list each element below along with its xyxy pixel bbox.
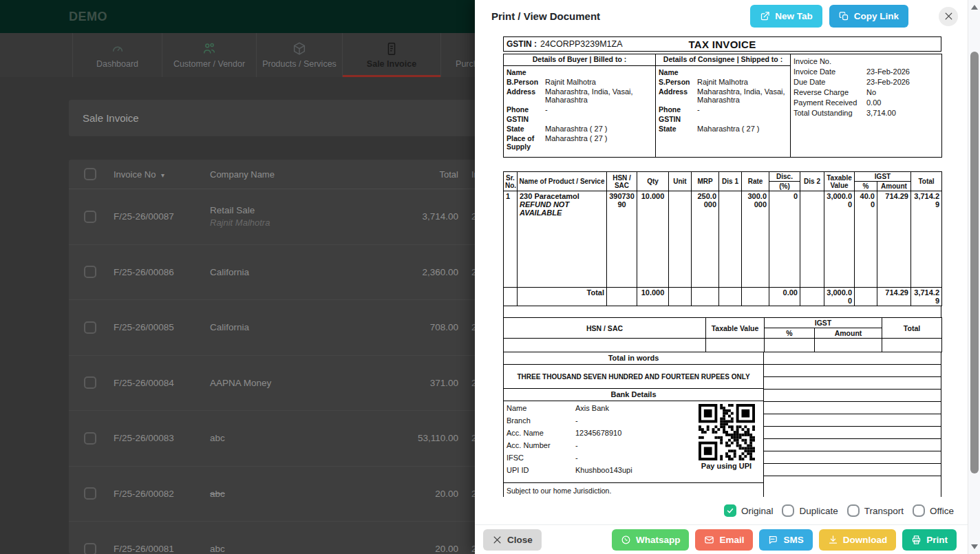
new-tab-button[interactable]: New Tab	[750, 5, 822, 28]
tax-invoice-title: TAX INVOICE	[504, 39, 941, 50]
document-preview-area[interactable]: GSTIN : 24CORPP3239M1ZA TAX INVOICE Deta…	[475, 32, 968, 497]
total-in-words: THREE THOUSAND SEVEN HUNDRED AND FOURTEE…	[504, 365, 763, 389]
terms-note: Subject to our home Jurisdiction. Our Re…	[504, 483, 763, 497]
select-all-checkbox[interactable]	[84, 168, 96, 180]
bank-details-label: Bank Details	[504, 389, 763, 401]
nav-tab-products-services[interactable]: Products / Services	[256, 33, 342, 77]
nav-tab-customer-vendor[interactable]: Customer / Vendor	[162, 33, 256, 77]
row-checkbox[interactable]	[84, 321, 96, 334]
total-in-words-label: Total in words	[504, 352, 763, 365]
printer-icon	[911, 535, 922, 545]
row-checkbox[interactable]	[84, 211, 96, 223]
bank-details: NameAxis Bank Branch- Acc. Name123456789…	[504, 401, 763, 483]
close-icon	[492, 535, 502, 545]
hsn-summary-table: HSN / SAC Taxable Value IGST Total % Amo…	[503, 317, 942, 352]
unchecked-checkbox-icon	[913, 504, 925, 517]
items-total-row: Total 10.000 0.00 3,000.00 714.29 3,714.…	[504, 288, 942, 306]
row-checkbox[interactable]	[84, 487, 96, 500]
copy-type-row: Original Duplicate Transport Office	[475, 497, 968, 524]
whatsapp-icon	[621, 535, 631, 545]
modal-header: Print / View Document New Tab Copy Link	[475, 0, 968, 32]
external-link-icon	[760, 11, 770, 21]
copy-type-original-checkbox[interactable]: Original	[724, 504, 774, 517]
summary-blank-rows	[764, 352, 941, 497]
table-gap	[503, 306, 941, 317]
nav-tab-sale-invoice[interactable]: Sale Invoice	[342, 33, 440, 77]
item-row: 1 230 ParacetamolREFUND NOT AVAILABLE 39…	[504, 191, 942, 288]
row-checkbox[interactable]	[84, 376, 96, 389]
sms-button[interactable]: SMS	[759, 529, 812, 551]
modal-title: Print / View Document	[491, 10, 600, 22]
download-icon	[828, 535, 838, 545]
close-icon	[944, 12, 953, 21]
upi-qr-code	[699, 404, 755, 460]
nav-tab-dashboard[interactable]: Dashboard	[72, 33, 162, 77]
consignee-section: Name S.PersonRajnit Malhotra AddressMaha…	[656, 66, 791, 158]
dashboard-icon	[110, 41, 125, 56]
column-total: Total	[386, 169, 458, 180]
items-table: Sr. No. Name of Product / Service HSN / …	[503, 171, 942, 306]
products-box-icon	[292, 41, 307, 56]
invoice-gstin-row: GSTIN : 24CORPP3239M1ZA TAX INVOICE	[503, 36, 941, 52]
modal-close-button[interactable]	[939, 7, 958, 26]
row-checkbox[interactable]	[84, 543, 96, 554]
invoice-document: GSTIN : 24CORPP3239M1ZA TAX INVOICE Deta…	[503, 36, 941, 497]
invoice-meta: Invoice No. Invoice Date23-Feb-2026 Due …	[791, 54, 942, 158]
brand-title: DEMO	[69, 10, 107, 24]
row-checkbox[interactable]	[84, 432, 96, 445]
email-button[interactable]: Email	[695, 529, 753, 551]
company-subtext: Rajnit Malhotra	[210, 217, 386, 228]
modal-scrollbar[interactable]	[968, 0, 980, 554]
item-name: 230 Paracetamol	[520, 192, 579, 200]
whatsapp-button[interactable]: Whatsapp	[612, 529, 690, 551]
print-view-modal: Print / View Document New Tab Copy Link …	[475, 0, 968, 554]
unchecked-checkbox-icon	[782, 504, 794, 517]
column-invoice-no[interactable]: Invoice No ▾	[114, 169, 210, 180]
column-company-name: Company Name	[210, 169, 386, 180]
copy-type-office-checkbox[interactable]: Office	[913, 504, 954, 517]
copy-link-button[interactable]: Copy Link	[829, 5, 908, 28]
item-note: REFUND NOT AVAILABLE	[520, 200, 604, 217]
close-button[interactable]: Close	[483, 529, 542, 551]
copy-type-duplicate-checkbox[interactable]: Duplicate	[782, 504, 838, 517]
buyer-section: Name B.PersonRajnit Malhotra AddressMaha…	[504, 66, 656, 158]
row-checkbox[interactable]	[84, 266, 96, 278]
copy-link-icon	[839, 11, 849, 21]
sms-icon	[768, 535, 778, 545]
unchecked-checkbox-icon	[847, 504, 860, 517]
page-title: Sale Invoice	[83, 112, 139, 124]
sale-invoice-icon	[384, 41, 399, 56]
pay-using-upi-label: Pay using UPI	[694, 462, 759, 470]
copy-type-transport-checkbox[interactable]: Transport	[847, 504, 904, 517]
print-button[interactable]: Print	[902, 529, 957, 551]
buyer-header: Details of Buyer | Billed to :	[504, 54, 656, 66]
email-icon	[704, 535, 714, 545]
checked-checkbox-icon	[724, 504, 736, 517]
consignee-header: Details of Consignee | Shipped to :	[656, 54, 791, 66]
customer-vendor-icon	[202, 41, 217, 56]
sort-caret-icon: ▾	[161, 171, 164, 179]
download-button[interactable]: Download	[819, 529, 897, 551]
scroll-up-arrow[interactable]	[971, 5, 978, 10]
parties-section: Details of Buyer | Billed to : Details o…	[503, 54, 942, 158]
modal-footer: Close Whatsapp Email SMS Download Print	[475, 524, 968, 554]
scrollbar-thumb[interactable]	[970, 52, 979, 473]
scroll-down-arrow[interactable]	[971, 544, 978, 549]
